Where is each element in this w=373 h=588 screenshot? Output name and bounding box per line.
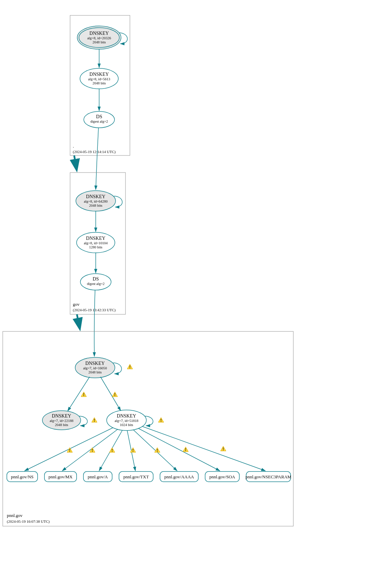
svg-text:DNSKEY: DNSKEY [85, 361, 105, 366]
svg-text:alg=7, id=22188: alg=7, id=22188 [50, 419, 74, 423]
svg-text:pnnl.gov/A: pnnl.gov/A [88, 474, 108, 479]
node-root-ksk: DNSKEY alg=8, id=20326 2048 bits [77, 26, 121, 49]
warn-icon: ! [90, 448, 95, 453]
svg-text:pnnl.gov/MX: pnnl.gov/MX [49, 474, 73, 479]
svg-text:2048 bits: 2048 bits [89, 370, 102, 374]
svg-text:!: ! [185, 447, 186, 452]
zone-gov-name: gov [73, 302, 80, 307]
warn-icon: ! [67, 448, 72, 453]
svg-text:!: ! [132, 448, 134, 453]
edge-pnnl-ksk-zsk [101, 377, 121, 411]
svg-text:DNSKEY: DNSKEY [90, 31, 109, 36]
svg-text:pnnl.gov/NSEC3PARAM: pnnl.gov/NSEC3PARAM [245, 474, 292, 479]
warn-icon: ! [221, 446, 226, 451]
edge-govds-pnnlksk [94, 290, 95, 356]
svg-text:alg=8, id=5613: alg=8, id=5613 [88, 77, 110, 81]
svg-text:!: ! [114, 392, 116, 397]
rrset-txt: pnnl.gov/TXT [119, 471, 153, 482]
zone-pnnl-name: pnnl.gov [7, 513, 23, 518]
svg-text:1280 bits: 1280 bits [89, 245, 103, 249]
svg-text:DNSKEY: DNSKEY [90, 72, 109, 77]
dnssec-graph: . (2024-05-19 12:14:14 UTC) DNSKEY alg=8… [0, 0, 373, 588]
svg-text:alg=8, id=64280: alg=8, id=64280 [84, 200, 108, 203]
svg-text:2048 bits: 2048 bits [93, 81, 106, 85]
rrset-a: pnnl.gov/A [83, 471, 112, 482]
zone-gov: gov (2024-05-19 13:42:33 UTC) DNSKEY alg… [70, 173, 125, 314]
svg-text:!: ! [94, 418, 95, 423]
node-pnnl-k2: DNSKEY alg=7, id=22188 2048 bits [42, 411, 81, 430]
node-root-ds: DS digest alg=2 [84, 111, 115, 128]
svg-text:DNSKEY: DNSKEY [117, 413, 136, 419]
svg-text:alg=8, id=10104: alg=8, id=10104 [84, 241, 108, 245]
zone-pnnl: pnnl.gov (2024-05-19 16:07:38 UTC) DNSKE… [3, 331, 293, 526]
edge-pnnl-ksk-k2 [68, 377, 90, 411]
edge-zsk-nsec [142, 426, 265, 471]
warn-icon: ! [127, 364, 133, 369]
node-gov-ksk: DNSKEY alg=8, id=64280 2048 bits [76, 191, 116, 211]
edge-gov-to-pnnl-zone [77, 314, 79, 326]
rrset-ns: pnnl.gov/NS [7, 471, 38, 482]
svg-text:alg=7, id=51818: alg=7, id=51818 [115, 419, 138, 423]
svg-text:!: ! [223, 447, 224, 451]
svg-text:pnnl.gov/NS: pnnl.gov/NS [11, 474, 34, 479]
svg-text:!: ! [69, 448, 70, 453]
svg-text:pnnl.gov/TXT: pnnl.gov/TXT [123, 474, 149, 479]
node-pnnl-ksk: DNSKEY alg=7, id=16050 2048 bits [75, 357, 115, 378]
rrset-soa: pnnl.gov/SOA [205, 471, 239, 482]
svg-text:2048 bits: 2048 bits [93, 40, 106, 44]
warn-icon: ! [81, 392, 86, 397]
warn-icon: ! [112, 392, 118, 397]
zone-root-time: (2024-05-19 12:14:14 UTC) [73, 150, 116, 154]
svg-text:!: ! [129, 365, 131, 369]
svg-text:digest alg=2: digest alg=2 [90, 120, 108, 123]
svg-text:alg=8, id=20326: alg=8, id=20326 [87, 36, 111, 40]
svg-text:DNSKEY: DNSKEY [52, 413, 71, 419]
zone-root: . (2024-05-19 12:14:14 UTC) DNSKEY alg=8… [70, 15, 130, 155]
svg-text:pnnl.gov/AAAA: pnnl.gov/AAAA [164, 474, 194, 479]
svg-text:!: ! [83, 392, 84, 397]
svg-text:alg=7, id=16050: alg=7, id=16050 [83, 366, 107, 370]
svg-text:!: ! [92, 448, 93, 453]
warn-icon: ! [92, 418, 97, 423]
svg-text:2048 bits: 2048 bits [89, 204, 103, 207]
svg-text:digest alg=2: digest alg=2 [87, 282, 105, 286]
warn-icon: ! [158, 418, 164, 423]
node-gov-zsk: DNSKEY alg=8, id=10104 1280 bits [77, 232, 115, 253]
svg-text:pnnl.gov/SOA: pnnl.gov/SOA [209, 474, 235, 479]
svg-text:DNSKEY: DNSKEY [86, 194, 106, 199]
svg-text:2048 bits: 2048 bits [55, 423, 68, 427]
zone-pnnl-time: (2024-05-19 16:07:38 UTC) [7, 519, 50, 524]
node-pnnl-zsk: DNSKEY alg=7, id=51818 1024 bits [107, 410, 146, 430]
zone-root-name: . [73, 143, 74, 149]
svg-text:DS: DS [96, 114, 102, 119]
svg-text:!: ! [160, 418, 162, 423]
svg-text:!: ! [157, 448, 158, 453]
rrset-aaaa: pnnl.gov/AAAA [160, 471, 198, 482]
svg-text:!: ! [111, 448, 113, 453]
node-root-zsk: DNSKEY alg=8, id=5613 2048 bits [80, 68, 118, 89]
svg-text:DS: DS [93, 276, 99, 282]
svg-rect-25 [3, 331, 293, 526]
node-gov-ds: DS digest alg=2 [80, 274, 111, 290]
rrset-nsec: pnnl.gov/NSEC3PARAM [245, 471, 292, 482]
edge-rootds-govksk [96, 128, 98, 190]
warn-icon: ! [183, 447, 188, 452]
edge-zsk-aaaa [133, 430, 177, 471]
svg-text:1024 bits: 1024 bits [120, 423, 133, 427]
edge-root-to-gov-zone [74, 155, 76, 167]
warn-icon: ! [109, 448, 115, 453]
rrset-mx: pnnl.gov/MX [44, 471, 77, 482]
edge-zsk-soa [138, 428, 220, 471]
svg-text:DNSKEY: DNSKEY [86, 236, 106, 241]
